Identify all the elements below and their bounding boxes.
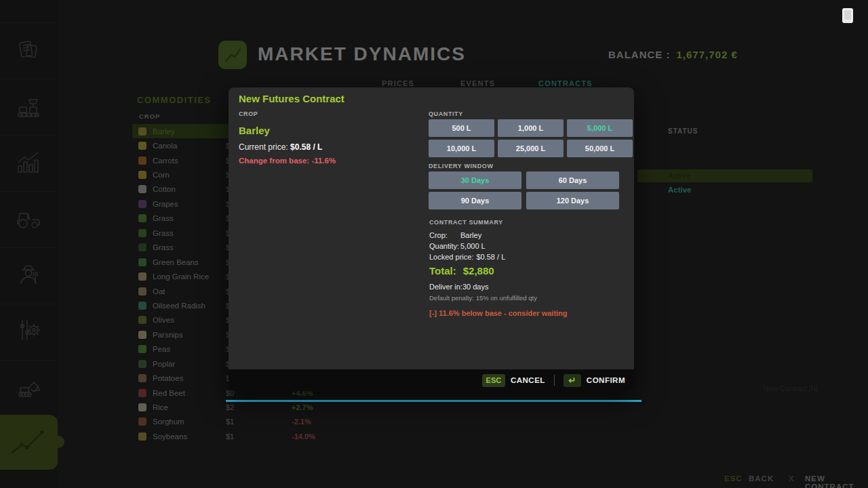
crop-name: Barley	[153, 127, 175, 136]
crop-icon	[138, 142, 146, 150]
market-dynamics-logo-icon	[218, 41, 247, 69]
new-contract-hint: New Contract [N]	[764, 384, 818, 392]
settings-icon[interactable]	[14, 316, 43, 344]
quantity-option-1000[interactable]: 1,000 L	[498, 119, 564, 137]
crop-name: Corn	[153, 171, 170, 179]
summary-crop-label: Crop:	[429, 231, 460, 239]
cancel-label: CANCEL	[511, 376, 545, 384]
crop-icon	[138, 243, 146, 251]
crop-name: Long Grain Rice	[153, 272, 209, 281]
tab-prices[interactable]: PRICES	[382, 79, 414, 87]
sidebar-divider	[0, 22, 57, 23]
commodity-row-rice[interactable]: Rice$2+2.7%	[132, 400, 326, 414]
active-notch	[52, 436, 64, 448]
trend-line-icon	[8, 424, 49, 460]
farmer-icon[interactable]	[14, 260, 43, 289]
deliver-in-value: 30 days	[462, 283, 489, 291]
crop-icon	[138, 389, 146, 397]
tab-events[interactable]: EVENTS	[460, 79, 495, 87]
crop-name: Grass	[153, 243, 174, 251]
crop-price: $1	[226, 432, 234, 441]
contract-row-highlighted[interactable]: Active	[637, 169, 812, 182]
quantity-option-25000[interactable]: 25,000 L	[498, 140, 564, 157]
contract-row-status[interactable]: Active	[668, 186, 692, 194]
production-icon[interactable]	[14, 92, 43, 121]
crop-name: Grass	[153, 229, 174, 237]
contract-summary: Crop:Barley Quantity:5,000 L Locked pric…	[429, 230, 505, 262]
delivery-option-90[interactable]: 90 Days	[429, 192, 521, 209]
market-dynamics-screen: MARKET DYNAMICS BALANCE : 1,677,702 € PR…	[0, 0, 868, 488]
page-title: MARKET DYNAMICS	[258, 43, 466, 65]
crop-icon	[138, 345, 146, 353]
crop-icon	[138, 331, 146, 339]
crop-icon	[138, 258, 146, 266]
crop-icon	[138, 272, 146, 281]
delivery-window-label: DELIVERY WINDOW	[429, 163, 494, 169]
excavator-icon[interactable]	[14, 372, 43, 401]
selected-crop-name: Barley	[239, 125, 270, 136]
esc-key-hint: ESC	[724, 474, 743, 483]
crop-change: -14.0%	[292, 432, 315, 441]
current-price-label: Current price:	[239, 142, 288, 152]
balance-value: 1,677,702 €	[677, 49, 738, 60]
crop-change: -2.1%	[292, 418, 311, 426]
cancel-button[interactable]: ESC CANCEL	[482, 374, 545, 387]
quantity-option-500[interactable]: 500 L	[429, 119, 494, 137]
confirm-button[interactable]: ↵ CONFIRM	[564, 374, 625, 387]
confirm-label: CONFIRM	[587, 376, 625, 384]
crop-name: Sorghum	[153, 418, 184, 426]
summary-locked-value: $0.58 / L	[476, 253, 505, 261]
crop-name: Grapes	[153, 200, 178, 208]
summary-crop-value: Barley	[460, 231, 481, 239]
sidebar-item-market-dynamics[interactable]	[0, 415, 58, 470]
dialog-title: New Futures Contract	[239, 93, 344, 104]
quantity-label: QUANTITY	[429, 110, 463, 117]
commodity-row-sorghum[interactable]: Sorghum$1-2.1%	[132, 415, 326, 429]
quantity-option-10000[interactable]: 10,000 L	[429, 140, 494, 157]
total-value: $2,880	[463, 265, 494, 277]
tab-contracts[interactable]: CONTRACTS	[538, 79, 593, 87]
quantity-option-50000[interactable]: 50,000 L	[567, 140, 633, 157]
crop-icon	[138, 403, 146, 411]
crop-icon	[138, 157, 146, 165]
new-contract-button[interactable]: NEW CONTRACT	[805, 474, 868, 488]
crop-name: Soybeans	[153, 432, 187, 441]
change-from-base: Change from base: -11.6%	[239, 157, 336, 165]
balance-label: BALANCE :	[608, 49, 671, 60]
crop-name: Parsnips	[153, 331, 183, 339]
statistics-icon[interactable]	[14, 148, 43, 177]
change-label: Change from base:	[239, 157, 309, 165]
summary-quantity-value: 5,000 L	[460, 242, 486, 250]
crop-column-header: CROP	[139, 113, 160, 120]
total-label: Total:	[429, 265, 456, 277]
summary-locked-label: Locked price:	[429, 253, 473, 261]
documents-icon[interactable]	[14, 37, 43, 65]
crop-change: +2.7%	[292, 403, 313, 411]
deliver-in-label: Deliver in:	[429, 283, 462, 291]
selection-underline	[226, 400, 642, 402]
delivery-option-120[interactable]: 120 Days	[526, 192, 619, 209]
total-row: Total: $2,880	[429, 265, 494, 277]
current-price-value: $0.58 / L	[290, 142, 322, 152]
crop-icon	[138, 200, 146, 208]
esc-key-badge: ESC	[482, 374, 505, 387]
delivery-option-60[interactable]: 60 Days	[526, 171, 619, 189]
below-base-warning: [-] 11.6% below base - consider waiting	[429, 309, 568, 317]
crop-price: $1	[226, 418, 234, 426]
sidebar-divider	[0, 360, 57, 361]
crop-icon	[138, 360, 146, 368]
quantity-option-5000[interactable]: 5,000 L	[567, 119, 633, 137]
sidebar-divider	[0, 247, 57, 248]
sidebar-divider	[0, 135, 57, 136]
enter-key-icon: ↵	[564, 374, 581, 387]
delivery-option-30[interactable]: 30 Days	[429, 171, 521, 189]
harvester-icon[interactable]	[14, 204, 43, 232]
crop-name: Grass	[153, 214, 174, 222]
deliver-in-row: Deliver in: 30 days	[429, 283, 488, 291]
crop-icon	[138, 302, 146, 310]
crop-name: Rice	[153, 403, 168, 411]
commodity-row-soybeans[interactable]: Soybeans$1-14.0%	[132, 429, 326, 443]
sidebar-divider	[0, 304, 57, 304]
back-button[interactable]: BACK	[749, 474, 774, 483]
balance-display: BALANCE : 1,677,702 €	[608, 49, 738, 60]
